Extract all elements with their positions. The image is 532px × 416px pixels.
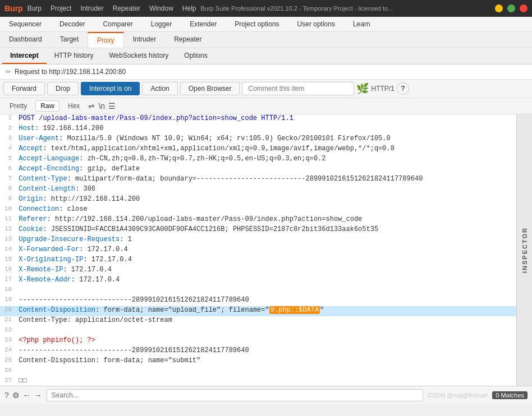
tab-http-history[interactable]: HTTP history xyxy=(47,48,102,64)
menu-comparer[interactable]: Comparer xyxy=(94,17,141,31)
menu-window[interactable]: Window xyxy=(149,4,173,12)
menu-extender[interactable]: Extender xyxy=(181,17,226,31)
comment-input[interactable] xyxy=(242,82,354,95)
line-content: Content-Type: application/octet-stream xyxy=(16,316,516,326)
request-url: Request to http://192.168.114.200:80 xyxy=(15,68,126,76)
line-number: 27 xyxy=(0,377,16,386)
tab-intercept[interactable]: Intercept xyxy=(2,48,47,64)
tab-options[interactable]: Options xyxy=(176,48,215,64)
table-row: 19----------------------------2899910216… xyxy=(0,296,516,306)
wrap-icon[interactable]: ⇌ xyxy=(88,101,95,110)
sub-tabs: Intercept HTTP history WebSockets histor… xyxy=(0,48,532,64)
line-content: X-Forwarded-For: 172.17.0.4 xyxy=(16,246,516,256)
minimize-button[interactable] xyxy=(495,4,503,12)
forward-button[interactable]: Forward xyxy=(3,82,45,95)
close-button[interactable] xyxy=(520,4,528,12)
line-number: 1 xyxy=(0,114,16,124)
edit-icon: ✏ xyxy=(6,68,11,76)
table-row: 15X-Originating-IP: 172.17.0.4 xyxy=(0,256,516,266)
menu-decoder[interactable]: Decoder xyxy=(51,17,94,31)
menu-burp[interactable]: Burp xyxy=(27,4,42,12)
line-content: □□ xyxy=(16,377,516,386)
line-content: <?php phpinfo(); ?> xyxy=(16,336,516,346)
inspector-sidebar: INSPECTOR xyxy=(516,114,532,386)
table-row: 1POST /upload-labs-master/Pass-09/index.… xyxy=(0,114,516,124)
table-row: 13Upgrade-Insecure-Requests: 1 xyxy=(0,235,516,246)
line-number: 14 xyxy=(0,246,16,256)
tab-websockets-history[interactable]: WebSockets history xyxy=(101,48,176,64)
back-icon[interactable]: ← xyxy=(23,391,31,400)
format-bar: Pretty Raw Hex ⇌ \n ☰ xyxy=(0,98,532,114)
menu-project[interactable]: Project xyxy=(51,4,71,12)
line-number: 5 xyxy=(0,155,16,165)
http-version: HTTP/1 xyxy=(371,85,394,93)
line-number: 4 xyxy=(0,145,16,155)
line-number: 7 xyxy=(0,175,16,185)
menu-repeater[interactable]: Repeater xyxy=(113,4,140,12)
drop-button[interactable]: Drop xyxy=(47,82,79,95)
status-bar-left: ? ⚙ ← → xyxy=(4,391,42,400)
code-table: 1POST /upload-labs-master/Pass-09/index.… xyxy=(0,114,516,386)
line-number: 2 xyxy=(0,124,16,135)
line-content: Content-Disposition: form-data; name="up… xyxy=(16,306,516,316)
status-bar: ? ⚙ ← → CSDN @nisi@forever 0 Matches xyxy=(0,386,532,404)
line-content: POST /upload-labs-master/Pass-09/index.p… xyxy=(16,114,516,124)
format-hex[interactable]: Hex xyxy=(63,100,85,112)
table-row: 11Referer: http://192.168.114.200/upload… xyxy=(0,215,516,225)
search-input[interactable] xyxy=(47,389,423,401)
leaf-icon: 🌿 xyxy=(356,82,369,95)
line-number: 16 xyxy=(0,266,16,276)
format-raw[interactable]: Raw xyxy=(35,100,59,112)
table-row: 5Accept-Language: zh-CN,zh;q=0.8,zh-TW;q… xyxy=(0,155,516,165)
menu-icon[interactable]: ☰ xyxy=(108,101,116,110)
menu-project-options[interactable]: Project options xyxy=(226,17,288,31)
format-pretty[interactable]: Pretty xyxy=(4,100,32,112)
line-number: 21 xyxy=(0,316,16,326)
menu-intruder[interactable]: Intruder xyxy=(80,4,103,12)
menu-proxy[interactable]: Proxy xyxy=(88,32,124,48)
table-row: 27□□ xyxy=(0,377,516,386)
menu-learn[interactable]: Learn xyxy=(344,17,379,31)
content-area: 1POST /upload-labs-master/Pass-09/index.… xyxy=(0,114,532,386)
table-row: 16X-Remote-IP: 172.17.0.4 xyxy=(0,266,516,276)
table-row: 2Host: 192.168.114.200 xyxy=(0,124,516,135)
line-number: 18 xyxy=(0,286,16,296)
forward-nav-icon[interactable]: → xyxy=(34,391,42,400)
line-number: 15 xyxy=(0,256,16,266)
menu-repeater-tab[interactable]: Repeater xyxy=(165,32,210,48)
table-row: 23<?php phpinfo(); ?> xyxy=(0,336,516,346)
line-number: 23 xyxy=(0,336,16,346)
line-number: 26 xyxy=(0,367,16,377)
menu-row-1: Sequencer Decoder Comparer Logger Extend… xyxy=(0,17,532,32)
question-icon[interactable]: ? xyxy=(4,391,9,400)
line-number: 10 xyxy=(0,205,16,215)
line-content: Accept-Language: zh-CN,zh;q=0.8,zh-TW;q=… xyxy=(16,155,516,165)
menu-intruder-tab[interactable]: Intruder xyxy=(124,32,165,48)
menu-sequencer[interactable]: Sequencer xyxy=(0,17,51,31)
open-browser-button[interactable]: Open Browser xyxy=(180,82,240,95)
line-number: 22 xyxy=(0,326,16,336)
line-content xyxy=(16,286,516,296)
line-content: X-Remote-IP: 172.17.0.4 xyxy=(16,266,516,276)
line-content: Host: 192.168.114.200 xyxy=(16,124,516,135)
help-button[interactable]: ? xyxy=(397,82,409,95)
line-content: Content-Disposition: form-data; name="su… xyxy=(16,357,516,367)
table-row: 7Content-Type: multipart/form-data; boun… xyxy=(0,175,516,185)
table-row: 25Content-Disposition: form-data; name="… xyxy=(0,357,516,367)
intercept-button[interactable]: Intercept is on xyxy=(81,82,140,95)
table-row: 8Content-Length: 386 xyxy=(0,185,516,195)
menu-user-options[interactable]: User options xyxy=(288,17,344,31)
line-number: 6 xyxy=(0,165,16,175)
code-area[interactable]: 1POST /upload-labs-master/Pass-09/index.… xyxy=(0,114,516,386)
action-button[interactable]: Action xyxy=(142,82,177,95)
newline-icon[interactable]: \n xyxy=(98,101,105,110)
settings-icon[interactable]: ⚙ xyxy=(12,391,20,400)
menu-help[interactable]: Help xyxy=(182,4,196,12)
menu-dashboard[interactable]: Dashboard xyxy=(0,32,51,48)
line-number: 24 xyxy=(0,346,16,357)
table-row: 9Origin: http://192.168.114.200 xyxy=(0,195,516,205)
line-content: Accept-Encoding: gzip, deflate xyxy=(16,165,516,175)
menu-logger[interactable]: Logger xyxy=(142,17,181,31)
maximize-button[interactable] xyxy=(507,4,515,12)
menu-target[interactable]: Target xyxy=(51,32,88,48)
